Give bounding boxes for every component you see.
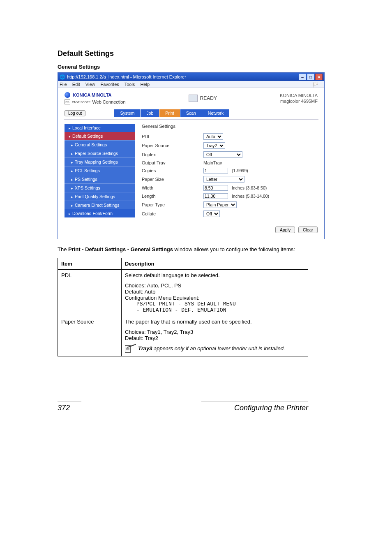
select-paper-type[interactable]: Plain Paper xyxy=(203,201,237,208)
minimize-button[interactable]: – xyxy=(299,74,306,80)
input-copies[interactable] xyxy=(203,168,228,173)
label-copies: Copies xyxy=(142,168,203,173)
tab-job[interactable]: Job xyxy=(141,109,159,117)
window-titlebar: 🌐 http://192.168.1.2/a_index.html - Micr… xyxy=(58,73,324,81)
sidebar-item-pcl-settings[interactable]: PCL Settings xyxy=(65,166,135,175)
browser-menubar: File Edit View Favorites Tools Help 🏳️ xyxy=(58,81,324,88)
clear-button[interactable]: Clear xyxy=(298,227,318,233)
menu-edit[interactable]: Edit xyxy=(72,82,80,87)
label-collate: Collate xyxy=(142,211,203,216)
select-paper-source[interactable]: Tray2 xyxy=(203,142,225,149)
menu-help[interactable]: Help xyxy=(140,82,150,87)
note-text: Tray3 appears only if an optional lower … xyxy=(138,345,285,352)
sidebar-item-tray-mapping-settings[interactable]: Tray Mapping Settings xyxy=(65,157,135,166)
select-pdl[interactable]: Auto xyxy=(203,133,223,140)
value-output-tray: MainTray xyxy=(203,160,222,165)
label-duplex: Duplex xyxy=(142,152,203,157)
sidebar-item-xps-settings[interactable]: XPS Settings xyxy=(65,183,135,192)
pagescope-icon: PS xyxy=(65,99,70,104)
sidebar-item-general-settings[interactable]: General Settings xyxy=(65,140,135,149)
tab-network[interactable]: Network xyxy=(202,109,230,117)
label-width: Width xyxy=(142,185,203,190)
brand-logo-icon xyxy=(65,92,70,98)
col-desc: Description xyxy=(122,258,308,269)
ie-icon: 🌐 xyxy=(60,74,65,80)
menu-file[interactable]: File xyxy=(60,82,67,87)
label-output-tray: Output Tray xyxy=(142,160,203,165)
menu-tools[interactable]: Tools xyxy=(125,82,135,87)
select-duplex[interactable]: Off xyxy=(203,151,242,158)
input-length[interactable] xyxy=(203,193,228,199)
sidebar-item-camera-direct-settings[interactable]: Camera Direct Settings xyxy=(65,201,135,209)
intro-paragraph: The Print - Default Settings - General S… xyxy=(58,246,334,254)
hint-copies: (1-9999) xyxy=(232,168,248,173)
label-paper-size: Paper Size xyxy=(142,177,203,182)
sidebar-item-ps-settings[interactable]: PS Settings xyxy=(65,175,135,183)
tab-system[interactable]: System xyxy=(114,109,140,117)
input-width[interactable] xyxy=(203,185,228,191)
maximize-button[interactable]: □ xyxy=(307,74,314,80)
model-line2: magicolor 4695MF xyxy=(280,98,318,104)
settings-form: General Settings PDL Auto Paper Source T… xyxy=(142,124,318,218)
row-papersource-desc: The paper tray that is normally used can… xyxy=(122,316,308,356)
status-ready: READY xyxy=(200,95,217,101)
pagescope-prefix: PAGE SCOPE xyxy=(72,101,90,104)
printer-icon xyxy=(189,95,198,102)
menu-favorites[interactable]: Favorites xyxy=(101,82,119,87)
close-button[interactable]: ✕ xyxy=(315,74,323,80)
webconnection-label: Web Connection xyxy=(92,99,125,104)
ie-flag-icon: 🏳️ xyxy=(312,82,318,88)
apply-button[interactable]: Apply xyxy=(275,227,295,233)
label-pdl: PDL xyxy=(142,134,203,139)
label-paper-source: Paper Source xyxy=(142,143,203,148)
unit-width: Inches (3.63-8.50) xyxy=(232,185,267,190)
sidebar-item-paper-source-settings[interactable]: Paper Source Settings xyxy=(65,149,135,157)
unit-length: Inches (5.83-14.00) xyxy=(232,194,269,199)
page-number: 372 xyxy=(58,404,70,412)
col-item: Item xyxy=(58,258,122,269)
label-paper-type: Paper Type xyxy=(142,202,203,207)
subheading: General Settings xyxy=(58,64,334,70)
label-length: Length xyxy=(142,194,203,199)
browser-window: 🌐 http://192.168.1.2/a_index.html - Micr… xyxy=(58,72,325,239)
settings-table: Item Description PDL Selects default lan… xyxy=(58,258,308,356)
model-info: KONICA MINOLTA magicolor 4695MF xyxy=(280,92,318,104)
brand-block: KONICA MINOLTA PS PAGE SCOPE Web Connect… xyxy=(65,92,126,104)
footer-text: Configuring the Printer xyxy=(234,404,308,412)
row-pdl-desc: Selects default language to be selected.… xyxy=(122,269,308,316)
select-paper-size[interactable]: Letter xyxy=(203,176,244,183)
brand-name: KONICA MINOLTA xyxy=(73,92,112,97)
menu-view[interactable]: View xyxy=(85,82,95,87)
sidebar-item-default-settings[interactable]: Default Settings xyxy=(65,132,135,140)
sidebar-item-print-quality-settings[interactable]: Print Quality Settings xyxy=(65,192,135,201)
tab-print[interactable]: Print xyxy=(159,109,180,117)
row-papersource-name: Paper Source xyxy=(58,316,122,356)
form-title: General Settings xyxy=(142,124,318,129)
model-line1: KONICA MINOLTA xyxy=(280,92,318,98)
sidebar: Local Interface Default Settings General… xyxy=(65,124,135,218)
tab-scan[interactable]: Scan xyxy=(180,109,202,117)
logout-button[interactable]: Log out xyxy=(65,110,85,116)
window-title: http://192.168.1.2/a_index.html - Micros… xyxy=(67,74,186,79)
sidebar-item-local-interface[interactable]: Local Interface xyxy=(65,124,135,132)
sidebar-item-download-font-form[interactable]: Download Font/Form xyxy=(65,209,135,217)
note-icon xyxy=(125,345,135,354)
row-pdl-name: PDL xyxy=(58,269,122,316)
select-collate[interactable]: Off xyxy=(203,210,220,217)
section-title: Default Settings xyxy=(58,49,334,58)
